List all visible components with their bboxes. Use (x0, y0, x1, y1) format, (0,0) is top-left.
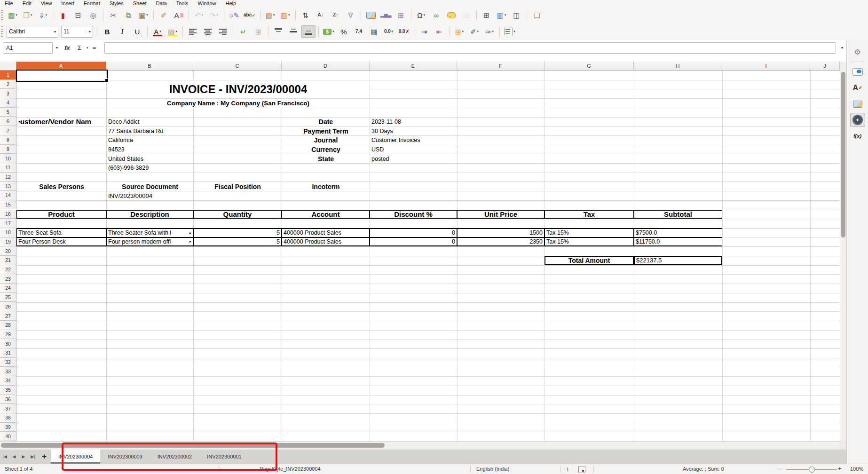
cell-C18[interactable]: 5 (193, 228, 282, 237)
align-left-button[interactable] (186, 25, 200, 38)
row-header-16[interactable]: 16 (0, 210, 16, 219)
menu-edit[interactable]: Edit (18, 0, 36, 7)
cell-A6[interactable]: ◂ustomer/Vendor Nam (17, 118, 106, 126)
cell-D7[interactable]: Payment Term (282, 126, 370, 135)
cell-E6[interactable]: 2023-11-08 (370, 118, 457, 126)
row-header-40[interactable]: 40 (0, 432, 16, 441)
cell-E16[interactable]: Discount % (370, 210, 457, 219)
row-header-14[interactable]: 14 (0, 191, 16, 200)
cell-B16[interactable]: Description (106, 210, 193, 219)
cell-A13[interactable]: Sales Persons (17, 182, 106, 191)
redo-dropdown-icon[interactable]: ▾ (217, 13, 219, 17)
insert-image-button[interactable] (364, 9, 378, 21)
expand-formula-bar-icon[interactable]: ▾ (838, 46, 846, 50)
increase-indent-button[interactable]: ⇥ (417, 25, 431, 38)
freeze-rows-columns-dropdown-icon[interactable]: ▾ (505, 13, 506, 17)
undo-dropdown-icon[interactable]: ▾ (202, 13, 204, 17)
font-name-dropdown-icon[interactable]: ▾ (51, 30, 56, 34)
horizontal-scrollbar-thumb[interactable] (1, 443, 385, 448)
save-button[interactable]: ⇓▾ (36, 9, 50, 21)
bold-button[interactable]: B (100, 25, 114, 38)
row-header-11[interactable]: 11 (0, 163, 16, 173)
column-header-D[interactable]: D (282, 62, 370, 71)
select-sum-button[interactable]: Σ (73, 44, 86, 51)
row-header-36[interactable]: 36 (0, 395, 16, 404)
next-sheet-button[interactable]: ▶ (19, 450, 28, 464)
row-header-39[interactable]: 39 (0, 423, 16, 432)
sort-descending-button[interactable]: Z↑ (329, 9, 343, 21)
print-button[interactable]: ⊟ (71, 9, 85, 21)
conditional-formatting-dropdown-icon[interactable]: ▾ (513, 30, 515, 33)
wrap-text-button[interactable]: ↵ (236, 25, 250, 38)
border-style-button[interactable]: ✐▾ (467, 25, 481, 38)
autofilter-button[interactable]: ∇ (344, 9, 358, 21)
align-center-button[interactable] (201, 25, 215, 38)
insert-hyperlink-button[interactable]: ∞ (429, 9, 443, 21)
cell-E19[interactable]: 0 (370, 237, 457, 247)
cell-A16[interactable]: Product (16, 210, 106, 219)
menu-styles[interactable]: Styles (105, 0, 128, 7)
format-as-percent-button[interactable]: % (337, 25, 351, 38)
last-sheet-button[interactable]: ▶| (28, 450, 38, 464)
zoom-out-icon[interactable]: – (778, 464, 781, 474)
select-all-corner[interactable] (0, 62, 16, 71)
row-header-24[interactable]: 24 (0, 284, 16, 293)
open-dropdown-icon[interactable]: ▾ (31, 13, 32, 17)
row-header-37[interactable]: 37 (0, 404, 16, 413)
font-color-button[interactable]: A▾ (150, 25, 165, 38)
delete-decimal-place-button[interactable]: 0.0✗ (397, 25, 411, 38)
border-style-dropdown-icon[interactable]: ▾ (477, 30, 479, 33)
sheet-tab-INV202300002[interactable]: INV202300002 (150, 450, 199, 464)
font-size-combobox[interactable]: 11▾ (61, 26, 93, 38)
cell-B6[interactable]: Deco Addict (107, 118, 193, 126)
save-dropdown-icon[interactable]: ▾ (46, 13, 47, 17)
sheet-tab-INV202300003[interactable]: INV202300003 (100, 450, 150, 464)
menu-insert[interactable]: Insert (56, 0, 79, 7)
format-as-currency-button[interactable]: ▾ (322, 25, 336, 38)
insert-row-dropdown-icon[interactable]: ▾ (273, 13, 275, 17)
underline-button[interactable]: U (130, 25, 144, 38)
page-style[interactable]: PageStyle_INV202300004 (260, 464, 321, 474)
row-header-10[interactable]: 10 (0, 154, 16, 163)
insert-column-dropdown-icon[interactable]: ▾ (288, 13, 290, 17)
add-decimal-place-button[interactable]: 0.0+ (382, 25, 396, 38)
cell-D9[interactable]: Currency (282, 145, 370, 154)
sheet-tab-INV202300001[interactable]: INV202300001 (199, 450, 249, 464)
menu-window[interactable]: Window (193, 0, 221, 7)
paste-dropdown-icon[interactable]: ▾ (146, 13, 148, 17)
menu-sheet[interactable]: Sheet (128, 0, 151, 7)
sort-ascending-button[interactable]: A↓ (314, 9, 328, 21)
highlighting-color-dropdown-icon[interactable]: ▾ (175, 30, 177, 33)
sort-button[interactable]: ⇅ (299, 9, 313, 21)
insert-special-character-button[interactable]: Ω▾ (414, 9, 428, 21)
align-top-button[interactable] (271, 25, 285, 38)
insert-pivot-table-button[interactable]: ⊞ (394, 9, 408, 21)
menu-file[interactable]: File (0, 0, 18, 7)
cell-G18[interactable]: Tax 15% (544, 228, 634, 237)
menu-tools[interactable]: Tools (172, 0, 193, 7)
cell-F16[interactable]: Unit Price (457, 210, 544, 219)
row-header-25[interactable]: 25 (0, 293, 16, 302)
paste-button[interactable]: ▣▾ (136, 9, 150, 21)
insert-mode-icon[interactable]: I (567, 465, 568, 474)
row-header-26[interactable]: 26 (0, 302, 16, 312)
cell-B9[interactable]: 94523 (107, 145, 193, 154)
zoom-in-icon[interactable]: + (838, 464, 842, 474)
row-header-2[interactable]: 2 (0, 80, 16, 89)
menu-view[interactable]: View (36, 0, 57, 7)
show-draw-functions-button[interactable]: ❏ (530, 9, 544, 21)
formula-input[interactable] (104, 42, 836, 54)
row-header-38[interactable]: 38 (0, 413, 16, 423)
cell-C16[interactable]: Quantity (193, 210, 282, 219)
print-preview-button[interactable]: ◎ (86, 9, 100, 21)
insert-comment-button[interactable] (444, 9, 458, 21)
document-modified-icon[interactable] (578, 466, 585, 473)
new-button[interactable]: ▤▾ (6, 9, 20, 21)
cell-B8[interactable]: California (107, 136, 193, 145)
row-header-20[interactable]: 20 (0, 246, 16, 256)
cell-B14[interactable]: INV/2023/00004 (107, 191, 193, 200)
row-header-9[interactable]: 9 (0, 145, 16, 154)
cell-H19[interactable]: $11750.0 (634, 237, 722, 247)
selection-fill-handle[interactable] (105, 79, 109, 82)
cell-F19[interactable]: 2350 (457, 237, 544, 247)
